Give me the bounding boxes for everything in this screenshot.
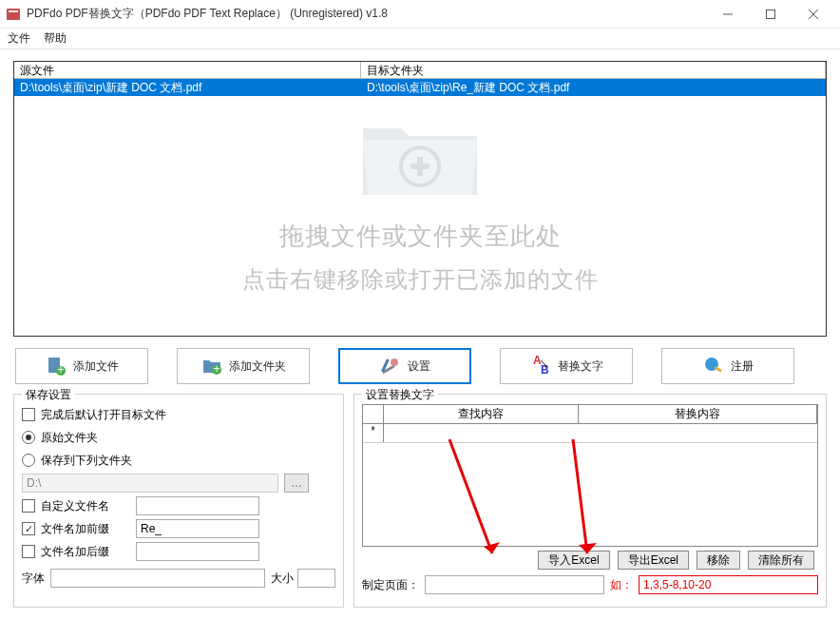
clear-all-button[interactable]: 清除所有	[748, 551, 814, 570]
suffix-checkbox[interactable]	[22, 545, 35, 558]
svg-rect-8	[417, 157, 423, 176]
svg-text:+: +	[213, 362, 220, 376]
custom-name-input[interactable]	[136, 496, 259, 515]
svg-point-7	[403, 149, 437, 184]
browse-button[interactable]: …	[284, 474, 309, 493]
cell-dst: D:\tools\桌面\zip\Re_新建 DOC 文档.pdf	[361, 79, 826, 96]
toolbar: + 添加文件 + 添加文件夹 设置 AB 替换文字 注册	[13, 346, 827, 386]
replace-legend: 设置替换文字	[362, 387, 438, 403]
svg-text:+: +	[57, 363, 64, 377]
col-target-folder[interactable]: 目标文件夹	[361, 62, 826, 79]
settings-icon	[379, 355, 402, 378]
svg-point-16	[391, 358, 398, 366]
titlebar: PDFdo PDF替换文字（PDFdo PDF Text Replace） (U…	[0, 0, 840, 29]
file-list-row[interactable]: D:\tools\桌面\zip\新建 DOC 文档.pdf D:\tools\桌…	[14, 79, 826, 96]
save-settings-group: 保存设置 完成后默认打开目标文件 原始文件夹 保存到下列文件夹 … 自定义文件名…	[13, 394, 344, 608]
col-source-file[interactable]: 源文件	[14, 62, 361, 79]
window-title: PDFdo PDF替换文字（PDFdo PDF Text Replace） (U…	[27, 6, 706, 22]
svg-point-6	[399, 145, 441, 187]
app-icon	[6, 7, 21, 22]
minimize-button[interactable]	[706, 1, 749, 28]
window-controls	[706, 1, 834, 28]
register-button[interactable]: 注册	[661, 348, 794, 384]
suffix-input[interactable]	[136, 542, 259, 561]
svg-rect-1	[9, 10, 18, 12]
grid-new-row[interactable]: *	[363, 424, 817, 443]
orig-folder-label: 原始文件夹	[41, 430, 98, 446]
page-label: 制定页面：	[362, 577, 419, 593]
example-input[interactable]	[639, 575, 818, 594]
svg-rect-9	[410, 164, 430, 169]
replace-text-button[interactable]: AB 替换文字	[500, 348, 633, 384]
open-after-label: 完成后默认打开目标文件	[41, 407, 166, 423]
size-input[interactable]	[297, 569, 335, 588]
register-icon	[702, 355, 725, 378]
custom-name-label: 自定义文件名	[41, 498, 136, 514]
menubar: 文件 帮助	[0, 29, 840, 49]
settings-button[interactable]: 设置	[338, 348, 471, 384]
svg-rect-22	[715, 366, 722, 373]
save-path-input[interactable]	[22, 474, 278, 493]
grid-col-replace[interactable]: 替换内容	[579, 405, 817, 424]
size-label: 大小	[271, 571, 297, 587]
export-excel-button[interactable]: 导出Excel	[618, 551, 689, 570]
add-folder-button[interactable]: + 添加文件夹	[177, 348, 310, 384]
save-to-folder-radio[interactable]	[22, 454, 35, 467]
add-file-icon: +	[45, 355, 67, 378]
example-label: 如：	[610, 577, 633, 593]
import-excel-button[interactable]: 导入Excel	[538, 551, 609, 570]
svg-rect-0	[7, 9, 20, 20]
custom-name-checkbox[interactable]	[22, 499, 35, 513]
save-to-folder-label: 保存到下列文件夹	[41, 453, 132, 469]
add-folder-icon: +	[200, 355, 223, 378]
replace-text-label: 替换文字	[558, 358, 603, 375]
prefix-input[interactable]	[136, 519, 259, 538]
add-folder-label: 添加文件夹	[229, 358, 286, 375]
prefix-checkbox[interactable]	[22, 522, 35, 535]
drop-hint: 拖拽文件或文件夹至此处 点击右键移除或打开已添加的文件	[14, 109, 826, 295]
folder-plus-icon	[353, 109, 487, 204]
font-input[interactable]	[50, 569, 266, 588]
close-button[interactable]	[792, 1, 834, 28]
font-label: 字体	[22, 571, 50, 587]
orig-folder-radio[interactable]	[22, 431, 35, 444]
add-file-label: 添加文件	[73, 358, 119, 375]
save-legend: 保存设置	[22, 387, 75, 403]
replace-grid[interactable]: 查找内容 替换内容 *	[362, 404, 818, 547]
remove-button[interactable]: 移除	[697, 551, 740, 570]
grid-col-find[interactable]: 查找内容	[384, 405, 579, 424]
replace-text-icon: AB	[529, 355, 552, 378]
register-label: 注册	[731, 358, 754, 375]
svg-rect-3	[766, 10, 774, 18]
grid-col-marker	[363, 405, 384, 424]
open-after-checkbox[interactable]	[22, 408, 35, 421]
file-list-panel[interactable]: 源文件 目标文件夹 D:\tools\桌面\zip\新建 DOC 文档.pdf …	[13, 61, 827, 337]
suffix-label: 文件名加后缀	[41, 544, 136, 560]
prefix-label: 文件名加前缀	[41, 521, 136, 537]
add-file-button[interactable]: + 添加文件	[15, 348, 148, 384]
settings-label: 设置	[408, 358, 430, 375]
menu-file[interactable]: 文件	[8, 30, 30, 47]
file-list-header: 源文件 目标文件夹	[14, 62, 826, 79]
menu-help[interactable]: 帮助	[44, 30, 67, 47]
replace-settings-group: 设置替换文字 查找内容 替换内容 * 导	[353, 394, 827, 608]
drop-text-1: 拖拽文件或文件夹至此处	[279, 220, 562, 253]
page-input[interactable]	[425, 575, 604, 594]
drop-text-2: 点击右键移除或打开已添加的文件	[242, 264, 599, 295]
new-row-marker: *	[363, 424, 384, 442]
cell-src: D:\tools\桌面\zip\新建 DOC 文档.pdf	[14, 79, 361, 96]
maximize-button[interactable]	[749, 1, 792, 28]
